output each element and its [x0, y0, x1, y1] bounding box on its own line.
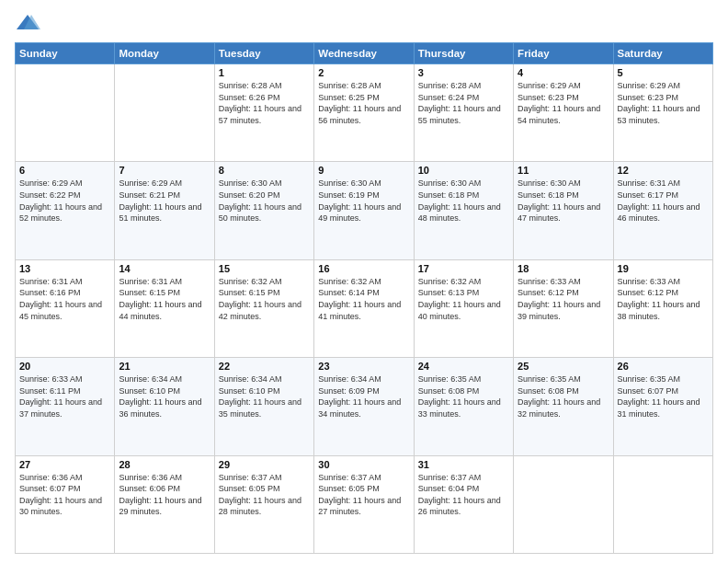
- day-info: Sunrise: 6:36 AM Sunset: 6:07 PM Dayligh…: [19, 472, 110, 518]
- weekday-header-friday: Friday: [514, 43, 613, 64]
- calendar-cell: 23Sunrise: 6:34 AM Sunset: 6:09 PM Dayli…: [314, 358, 414, 455]
- day-info: Sunrise: 6:29 AM Sunset: 6:21 PM Dayligh…: [119, 178, 210, 224]
- day-info: Sunrise: 6:28 AM Sunset: 6:24 PM Dayligh…: [418, 80, 509, 126]
- day-number: 26: [618, 361, 709, 372]
- day-number: 15: [219, 263, 310, 274]
- day-info: Sunrise: 6:35 AM Sunset: 6:07 PM Dayligh…: [618, 373, 709, 419]
- calendar-cell: 31Sunrise: 6:37 AM Sunset: 6:04 PM Dayli…: [414, 455, 513, 553]
- calendar-week-3: 13Sunrise: 6:31 AM Sunset: 6:16 PM Dayli…: [16, 259, 713, 357]
- calendar-cell: 20Sunrise: 6:33 AM Sunset: 6:11 PM Dayli…: [16, 358, 115, 455]
- day-number: 6: [19, 165, 110, 176]
- calendar-cell: 29Sunrise: 6:37 AM Sunset: 6:05 PM Dayli…: [214, 455, 313, 553]
- day-info: Sunrise: 6:34 AM Sunset: 6:10 PM Dayligh…: [119, 373, 210, 419]
- day-number: 2: [318, 67, 409, 78]
- day-info: Sunrise: 6:34 AM Sunset: 6:09 PM Dayligh…: [318, 373, 409, 419]
- calendar-cell: [514, 455, 613, 553]
- day-info: Sunrise: 6:30 AM Sunset: 6:18 PM Dayligh…: [418, 178, 509, 224]
- day-info: Sunrise: 6:36 AM Sunset: 6:06 PM Dayligh…: [119, 472, 210, 518]
- day-info: Sunrise: 6:33 AM Sunset: 6:12 PM Dayligh…: [518, 276, 609, 322]
- day-number: 16: [318, 263, 409, 274]
- calendar-cell: 10Sunrise: 6:30 AM Sunset: 6:18 PM Dayli…: [414, 162, 513, 259]
- day-info: Sunrise: 6:32 AM Sunset: 6:13 PM Dayligh…: [418, 276, 509, 322]
- day-info: Sunrise: 6:30 AM Sunset: 6:20 PM Dayligh…: [219, 178, 310, 224]
- calendar-cell: 28Sunrise: 6:36 AM Sunset: 6:06 PM Dayli…: [115, 455, 214, 553]
- calendar-table: SundayMondayTuesdayWednesdayThursdayFrid…: [15, 42, 713, 554]
- day-number: 31: [418, 459, 509, 470]
- day-info: Sunrise: 6:30 AM Sunset: 6:19 PM Dayligh…: [318, 178, 409, 224]
- day-number: 1: [219, 67, 310, 78]
- calendar-cell: 12Sunrise: 6:31 AM Sunset: 6:17 PM Dayli…: [613, 162, 712, 259]
- calendar-cell: 17Sunrise: 6:32 AM Sunset: 6:13 PM Dayli…: [414, 259, 513, 357]
- day-number: 10: [418, 165, 509, 176]
- day-number: 28: [119, 459, 210, 470]
- weekday-header-thursday: Thursday: [414, 43, 513, 64]
- calendar-cell: 18Sunrise: 6:33 AM Sunset: 6:12 PM Dayli…: [514, 259, 613, 357]
- calendar-cell: 7Sunrise: 6:29 AM Sunset: 6:21 PM Daylig…: [115, 162, 214, 259]
- day-info: Sunrise: 6:30 AM Sunset: 6:18 PM Dayligh…: [518, 178, 609, 224]
- day-number: 22: [219, 361, 310, 372]
- weekday-header-saturday: Saturday: [613, 43, 712, 64]
- day-number: 9: [318, 165, 409, 176]
- day-info: Sunrise: 6:29 AM Sunset: 6:23 PM Dayligh…: [618, 80, 709, 126]
- day-number: 30: [318, 459, 409, 470]
- calendar-cell: 26Sunrise: 6:35 AM Sunset: 6:07 PM Dayli…: [613, 358, 712, 455]
- calendar-cell: 22Sunrise: 6:34 AM Sunset: 6:10 PM Dayli…: [214, 358, 313, 455]
- day-number: 13: [19, 263, 110, 274]
- day-number: 5: [618, 67, 709, 78]
- calendar-cell: 6Sunrise: 6:29 AM Sunset: 6:22 PM Daylig…: [16, 162, 115, 259]
- calendar-cell: 16Sunrise: 6:32 AM Sunset: 6:14 PM Dayli…: [314, 259, 414, 357]
- calendar-week-2: 6Sunrise: 6:29 AM Sunset: 6:22 PM Daylig…: [16, 162, 713, 259]
- day-info: Sunrise: 6:34 AM Sunset: 6:10 PM Dayligh…: [219, 373, 310, 419]
- weekday-header-row: SundayMondayTuesdayWednesdayThursdayFrid…: [16, 43, 713, 64]
- calendar-cell: 9Sunrise: 6:30 AM Sunset: 6:19 PM Daylig…: [314, 162, 414, 259]
- calendar-cell: 15Sunrise: 6:32 AM Sunset: 6:15 PM Dayli…: [214, 259, 313, 357]
- day-number: 17: [418, 263, 509, 274]
- day-info: Sunrise: 6:32 AM Sunset: 6:15 PM Dayligh…: [219, 276, 310, 322]
- weekday-header-wednesday: Wednesday: [314, 43, 414, 64]
- calendar-cell: [115, 64, 214, 162]
- day-number: 19: [618, 263, 709, 274]
- calendar-cell: 2Sunrise: 6:28 AM Sunset: 6:25 PM Daylig…: [314, 64, 414, 162]
- calendar-cell: 24Sunrise: 6:35 AM Sunset: 6:08 PM Dayli…: [414, 358, 513, 455]
- calendar-cell: 14Sunrise: 6:31 AM Sunset: 6:15 PM Dayli…: [115, 259, 214, 357]
- logo: [15, 11, 42, 37]
- day-number: 27: [19, 459, 110, 470]
- day-number: 24: [418, 361, 509, 372]
- day-info: Sunrise: 6:29 AM Sunset: 6:22 PM Dayligh…: [19, 178, 110, 224]
- day-number: 14: [119, 263, 210, 274]
- calendar-cell: 13Sunrise: 6:31 AM Sunset: 6:16 PM Dayli…: [16, 259, 115, 357]
- calendar-cell: 1Sunrise: 6:28 AM Sunset: 6:26 PM Daylig…: [214, 64, 313, 162]
- calendar-cell: 4Sunrise: 6:29 AM Sunset: 6:23 PM Daylig…: [514, 64, 613, 162]
- calendar-cell: 27Sunrise: 6:36 AM Sunset: 6:07 PM Dayli…: [16, 455, 115, 553]
- calendar-week-5: 27Sunrise: 6:36 AM Sunset: 6:07 PM Dayli…: [16, 455, 713, 553]
- calendar-cell: [16, 64, 115, 162]
- calendar-cell: 21Sunrise: 6:34 AM Sunset: 6:10 PM Dayli…: [115, 358, 214, 455]
- day-number: 7: [119, 165, 210, 176]
- day-info: Sunrise: 6:31 AM Sunset: 6:15 PM Dayligh…: [119, 276, 210, 322]
- day-number: 18: [518, 263, 609, 274]
- weekday-header-sunday: Sunday: [16, 43, 115, 64]
- day-info: Sunrise: 6:33 AM Sunset: 6:11 PM Dayligh…: [19, 373, 110, 419]
- calendar-cell: 3Sunrise: 6:28 AM Sunset: 6:24 PM Daylig…: [414, 64, 513, 162]
- day-info: Sunrise: 6:31 AM Sunset: 6:16 PM Dayligh…: [19, 276, 110, 322]
- day-info: Sunrise: 6:35 AM Sunset: 6:08 PM Dayligh…: [518, 373, 609, 419]
- day-info: Sunrise: 6:31 AM Sunset: 6:17 PM Dayligh…: [618, 178, 709, 224]
- calendar-cell: [613, 455, 712, 553]
- day-number: 20: [19, 361, 110, 372]
- day-info: Sunrise: 6:37 AM Sunset: 6:04 PM Dayligh…: [418, 472, 509, 518]
- day-info: Sunrise: 6:32 AM Sunset: 6:14 PM Dayligh…: [318, 276, 409, 322]
- calendar-cell: 19Sunrise: 6:33 AM Sunset: 6:12 PM Dayli…: [613, 259, 712, 357]
- day-info: Sunrise: 6:35 AM Sunset: 6:08 PM Dayligh…: [418, 373, 509, 419]
- day-number: 8: [219, 165, 310, 176]
- day-info: Sunrise: 6:28 AM Sunset: 6:25 PM Dayligh…: [318, 80, 409, 126]
- calendar-week-1: 1Sunrise: 6:28 AM Sunset: 6:26 PM Daylig…: [16, 64, 713, 162]
- calendar-cell: 25Sunrise: 6:35 AM Sunset: 6:08 PM Dayli…: [514, 358, 613, 455]
- header: [15, 11, 713, 37]
- calendar-cell: 30Sunrise: 6:37 AM Sunset: 6:05 PM Dayli…: [314, 455, 414, 553]
- page: SundayMondayTuesdayWednesdayThursdayFrid…: [0, 0, 728, 563]
- day-info: Sunrise: 6:37 AM Sunset: 6:05 PM Dayligh…: [219, 472, 310, 518]
- day-number: 23: [318, 361, 409, 372]
- weekday-header-tuesday: Tuesday: [214, 43, 313, 64]
- calendar-cell: 8Sunrise: 6:30 AM Sunset: 6:20 PM Daylig…: [214, 162, 313, 259]
- day-info: Sunrise: 6:28 AM Sunset: 6:26 PM Dayligh…: [219, 80, 310, 126]
